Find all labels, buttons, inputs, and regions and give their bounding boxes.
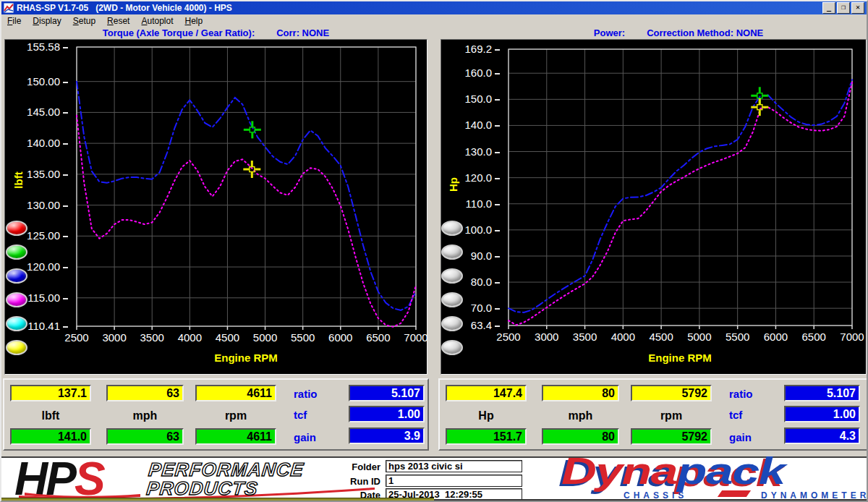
torque-yellow-cursor[interactable]: [243, 161, 260, 178]
power-gain-label: gain: [729, 431, 777, 444]
menu-autoplot[interactable]: Autoplot: [135, 15, 179, 27]
power-tcf-label: tcf: [729, 409, 777, 422]
torque-plot-color-button-1[interactable]: [6, 221, 27, 236]
power-x-tick-label: 3500: [566, 331, 604, 344]
power-x-tick-label: 6500: [795, 331, 833, 344]
torque-x-tick-label: 6500: [359, 331, 397, 344]
torque-x-tick-label: 5500: [284, 331, 322, 344]
torque-cursor-value-rpm: 4611: [195, 385, 276, 401]
torque-chart-title: Torque (Axle Torque / Gear Ratio):: [103, 27, 255, 38]
bottom-accent-strip: [1, 498, 434, 502]
torque-plot-color-button-3[interactable]: [6, 268, 27, 284]
folder-input[interactable]: hps 2013 civic si: [386, 460, 522, 472]
menu-setup[interactable]: Setup: [67, 15, 101, 27]
power-gain-value: 4.3: [784, 427, 860, 444]
torque-cursor-value2-mph: 63: [106, 428, 184, 445]
run-id-label: Run ID: [328, 476, 380, 488]
torque-cursor-value2-rpm: 4611: [195, 428, 276, 445]
torque-ratio-value: 5.107: [349, 385, 425, 401]
power-y-tick-label: 150.0: [454, 93, 500, 106]
torque-plot[interactable]: [77, 47, 416, 326]
power-cursor-value-mph: 80: [542, 385, 619, 401]
minimize-button[interactable]: _: [822, 2, 835, 14]
torque-gain-label: gain: [294, 431, 341, 444]
power-y-tick-label: 140.0: [454, 119, 500, 132]
power-chart-title: Power:: [594, 27, 625, 38]
power-chart-header: Power: Correction Method: NONE: [438, 27, 868, 39]
dynapack-logo: Dynapack CHASSIS DYNAMOMETERS: [557, 458, 868, 502]
torque-plot-color-button-6[interactable]: [6, 340, 27, 355]
power-plot[interactable]: [509, 49, 852, 326]
torque-y-tick-label: 155.58: [22, 41, 68, 54]
power-y-tick-label: 169.2: [454, 43, 500, 56]
power-cursor-value2-mph: 80: [542, 428, 619, 445]
power-plot-color-button-3[interactable]: [441, 268, 463, 284]
power-plot-color-button-2[interactable]: [441, 244, 463, 260]
power-cursor-value-Hp: 147.4: [446, 385, 527, 401]
torque-chart-area[interactable]: lbft Engine RPM 155.58150.00145.00140.00…: [4, 39, 427, 375]
power-x-tick-label: 4000: [604, 331, 642, 344]
torque-current-run-torque-curve: [77, 82, 416, 310]
torque-ratio-label: ratio: [294, 388, 341, 401]
power-x-axis-label: Engine RPM: [622, 352, 738, 365]
restore-button[interactable]: ❐: [837, 2, 850, 14]
power-plot-color-button-1[interactable]: [441, 221, 463, 236]
torque-x-tick-label: 6000: [322, 331, 359, 344]
power-y-tick-label: 110.0: [454, 197, 500, 210]
torque-y-tick-label: 135.00: [22, 168, 68, 181]
power-plot-color-button-6[interactable]: [441, 340, 463, 355]
power-current-run-power-curve: [509, 80, 852, 312]
torque-x-tick-label: 2500: [58, 331, 95, 344]
torque-plot-color-button-5[interactable]: [6, 316, 27, 331]
menu-file[interactable]: File: [1, 15, 27, 27]
power-correction-label: Correction Method: NONE: [647, 27, 763, 38]
app-window: RHAS-SP V1.7-05 (2WD - Motor Vehicle 400…: [0, 0, 868, 502]
power-unit-label-mph: mph: [542, 409, 619, 423]
torque-cursor-value-lbft: 137.1: [10, 385, 91, 401]
menu-help[interactable]: Help: [179, 15, 209, 27]
torque-cursor-value2-lbft: 141.0: [10, 428, 91, 445]
power-cursor-value-rpm: 5792: [631, 385, 712, 401]
power-plot-color-button-4[interactable]: [441, 292, 463, 307]
power-y-tick-label: 160.0: [454, 67, 500, 80]
menu-display[interactable]: Display: [27, 15, 67, 27]
torque-y-tick-label: 140.00: [22, 137, 68, 150]
footer: HPS PERFORMANCE PRODUCTS Folderhps 2013 …: [1, 456, 868, 502]
torque-y-tick-label: 120.00: [22, 260, 68, 273]
torque-plot-color-button-2[interactable]: [6, 244, 27, 260]
torque-x-tick-label: 7000: [397, 331, 435, 344]
torque-plot-color-button-4[interactable]: [6, 292, 27, 307]
power-ratio-value: 5.107: [784, 385, 860, 401]
power-plot-color-button-5[interactable]: [441, 316, 463, 331]
power-chart-area[interactable]: Hp Engine RPM 169.2160.0150.0140.0130.01…: [441, 39, 867, 375]
power-y-tick-label: 120.0: [454, 171, 500, 184]
torque-unit-label-rpm: rpm: [195, 409, 276, 423]
torque-chart-header: Torque (Axle Torque / Gear Ratio): Corr:…: [3, 27, 429, 39]
power-y-tick-label: 130.0: [454, 145, 500, 158]
torque-x-tick-label: 3500: [133, 331, 171, 344]
dynapack-swoosh: [718, 490, 751, 497]
power-x-tick-label: 6000: [757, 331, 794, 344]
torque-correction-label: Corr: NONE: [276, 27, 329, 38]
torque-data-panel: 137.1634611lbftmphrpm141.0634611ratio5.1…: [3, 378, 429, 451]
torque-y-tick-label: 125.00: [22, 229, 68, 242]
power-ratio-label: ratio: [729, 388, 777, 401]
torque-x-tick-label: 4000: [171, 331, 208, 344]
torque-x-tick-label: 5000: [247, 331, 284, 344]
close-button[interactable]: ✕: [851, 2, 864, 14]
power-yellow-cursor[interactable]: [751, 98, 768, 116]
torque-tcf-label: tcf: [294, 409, 341, 422]
torque-gain-value: 3.9: [349, 427, 425, 444]
run-id-input[interactable]: 1: [386, 475, 522, 487]
menu-reset[interactable]: Reset: [101, 15, 135, 27]
torque-green-cursor[interactable]: [244, 121, 261, 138]
power-unit-label-rpm: rpm: [631, 409, 712, 423]
power-tcf-value: 1.00: [784, 406, 860, 422]
app-icon: [4, 3, 14, 13]
torque-y-tick-label: 115.00: [22, 292, 68, 305]
power-x-tick-label: 4500: [642, 331, 680, 344]
torque-x-tick-label: 4500: [208, 331, 246, 344]
power-x-tick-label: 3000: [528, 331, 566, 344]
torque-y-tick-label: 130.00: [22, 199, 68, 212]
torque-x-axis-label: Engine RPM: [188, 352, 304, 365]
